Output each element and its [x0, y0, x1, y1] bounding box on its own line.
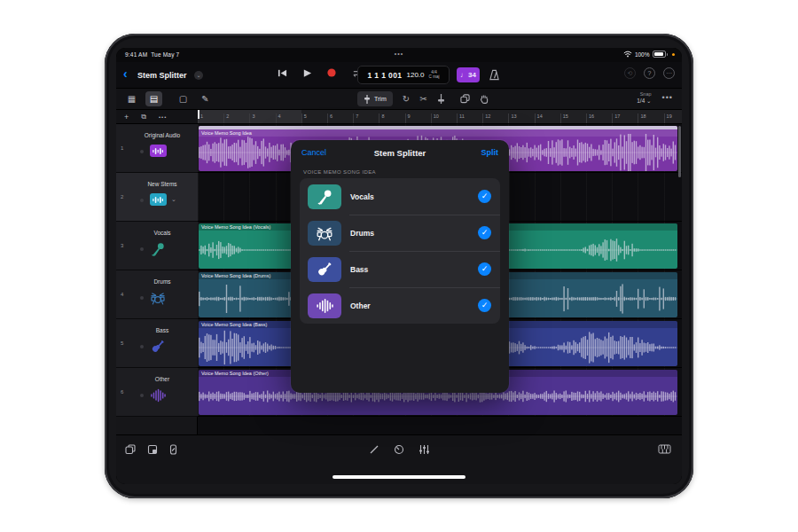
fader-icon [364, 95, 371, 104]
track-name: Bass [129, 327, 196, 333]
dialog-section-label: VOICE MEMO SONG IDEA [303, 169, 376, 175]
checked-icon[interactable]: ✓ [478, 299, 491, 312]
wave-icon [150, 387, 166, 403]
go-to-beginning-button[interactable] [276, 66, 288, 79]
ruler-bar-6: 6 [327, 113, 332, 124]
controls-knob-icon[interactable] [394, 444, 404, 456]
track-number: 6 [121, 389, 123, 395]
stem-label: Drums [350, 229, 374, 238]
snap-control[interactable]: Snap 1/4 ⌄ [637, 90, 651, 105]
track-number: 4 [121, 292, 123, 297]
ruler-bar-7: 7 [353, 113, 358, 124]
stem-row-bass[interactable]: Bass ✓ [300, 251, 500, 287]
edit-toolbar: ▦ ▤ ▢ ✎ Trim ↻ ✂ [116, 89, 682, 110]
metronome-button[interactable] [487, 67, 502, 82]
battery-icon [653, 51, 666, 58]
track-more-button[interactable]: ••• [159, 114, 167, 120]
lcd-display[interactable]: 1 1 1 001 120.0 4/4 C maj [357, 66, 450, 84]
ruler-bar-19: 19 [664, 113, 672, 124]
drums-icon [308, 221, 341, 246]
ruler-bar-13: 13 [508, 113, 516, 124]
ruler-bar-16: 16 [586, 113, 594, 124]
stem-row-vocals[interactable]: Vocals ✓ [300, 178, 500, 215]
keyboard-icon[interactable] [658, 449, 671, 455]
automation-icon[interactable] [369, 444, 379, 456]
home-indicator[interactable] [332, 475, 466, 479]
mic-icon [308, 184, 341, 209]
ruler-bar-3: 3 [249, 113, 254, 124]
pencil-tool-icon[interactable]: ✎ [197, 91, 214, 106]
ruler-bar-2: 2 [223, 113, 229, 124]
track-number: 3 [121, 243, 123, 248]
trim-tool-button[interactable]: Trim [357, 91, 393, 106]
ruler-bar-15: 15 [560, 113, 568, 124]
toolbar-more-icon[interactable]: ••• [662, 93, 673, 102]
back-button[interactable]: ‹ [123, 67, 128, 80]
checked-icon[interactable]: ✓ [478, 226, 491, 239]
stage: 9:41 AM Tue May 7 ••• 100% ‹ [0, 0, 798, 532]
ruler-bar-8: 8 [379, 113, 384, 124]
track-header-new-stems[interactable]: 2 New Stems ⌄ [116, 173, 198, 222]
track-number: 2 [121, 194, 123, 200]
dialog-title: Stem Splitter [291, 148, 509, 158]
ruler-bar-12: 12 [482, 113, 490, 124]
track-mute-dot[interactable] [140, 247, 144, 251]
track-header-bass[interactable]: 5 Bass [116, 319, 198, 368]
track-icon-tile [150, 145, 167, 157]
tempo-badge[interactable]: ♩34 [457, 67, 480, 82]
overview-icon[interactable]: ⟲ [624, 67, 636, 79]
lcd-tempo: 120.0 [407, 71, 425, 79]
duplicate-track-button[interactable]: ⧉ [141, 113, 146, 121]
ruler-bar-4: 4 [276, 113, 281, 124]
loop-tool-icon[interactable]: ↻ [403, 94, 410, 104]
playhead[interactable] [198, 110, 200, 119]
track-mute-dot[interactable] [140, 296, 144, 300]
track-header-drums[interactable]: 4 Drums [116, 270, 198, 319]
copy-icon[interactable] [460, 94, 470, 104]
track-header-original-audio[interactable]: 1 Original Audio [116, 124, 198, 173]
wifi-icon [623, 51, 632, 58]
grab-hand-icon[interactable] [480, 94, 489, 104]
checked-icon[interactable]: ✓ [478, 190, 491, 203]
ruler-bar-14: 14 [535, 113, 543, 124]
record-button[interactable] [325, 66, 338, 79]
split-tool-icon[interactable]: ✂ [419, 94, 426, 104]
track-header-other[interactable]: 6 Other [116, 368, 198, 417]
split-button[interactable]: Split [481, 148, 499, 157]
title-chevron-icon[interactable]: ⌄ [194, 71, 203, 80]
add-track-button[interactable]: + [124, 113, 129, 121]
note-icon: ♩ [460, 71, 467, 79]
browser-icon[interactable]: ▦ [123, 91, 140, 106]
track-name: New Stems [129, 181, 196, 187]
help-icon[interactable]: ? [644, 67, 655, 79]
mixer-icon[interactable] [419, 444, 430, 456]
track-mute-dot[interactable] [140, 345, 144, 348]
play-button[interactable] [301, 66, 313, 79]
ruler-bar-11: 11 [457, 113, 465, 124]
ipad-device-frame: 9:41 AM Tue May 7 ••• 100% ‹ [105, 34, 693, 498]
stem-label: Vocals [350, 192, 374, 201]
multitask-dots-icon[interactable]: ••• [116, 51, 682, 57]
stem-row-drums[interactable]: Drums ✓ [300, 215, 500, 251]
stem-options-list: Vocals ✓ Drums ✓ Bass ✓ Other ✓ [300, 178, 500, 324]
mic-icon [150, 241, 166, 257]
checked-icon[interactable]: ✓ [478, 262, 491, 276]
track-mute-dot[interactable] [140, 199, 144, 202]
fade-tool-icon[interactable] [437, 94, 445, 104]
ruler-bar-5: 5 [301, 113, 307, 124]
track-header-panel: + ⧉ ••• 1 Original Audio 2 New Stems ⌄3 … [116, 110, 198, 434]
vertical-scrollbar[interactable] [678, 126, 681, 177]
chevron-down-icon[interactable]: ⌄ [171, 196, 176, 203]
ruler-bar-9: 9 [405, 113, 411, 124]
more-options-icon[interactable]: ⋯ [663, 67, 675, 79]
track-mute-dot[interactable] [140, 150, 144, 153]
logic-pro-screen: 9:41 AM Tue May 7 ••• 100% ‹ [116, 48, 682, 484]
tracks-view-icon[interactable]: ▤ [145, 91, 162, 106]
bar-ruler[interactable]: 12345678910111213141516171819 [198, 110, 682, 124]
track-header-vocals[interactable]: 3 Vocals [116, 222, 198, 270]
track-name: Drums [129, 278, 196, 285]
regions-icon[interactable]: ▢ [175, 91, 192, 106]
project-title[interactable]: Stem Splitter [137, 71, 187, 80]
stem-row-other[interactable]: Other ✓ [300, 287, 500, 324]
track-mute-dot[interactable] [140, 394, 144, 397]
